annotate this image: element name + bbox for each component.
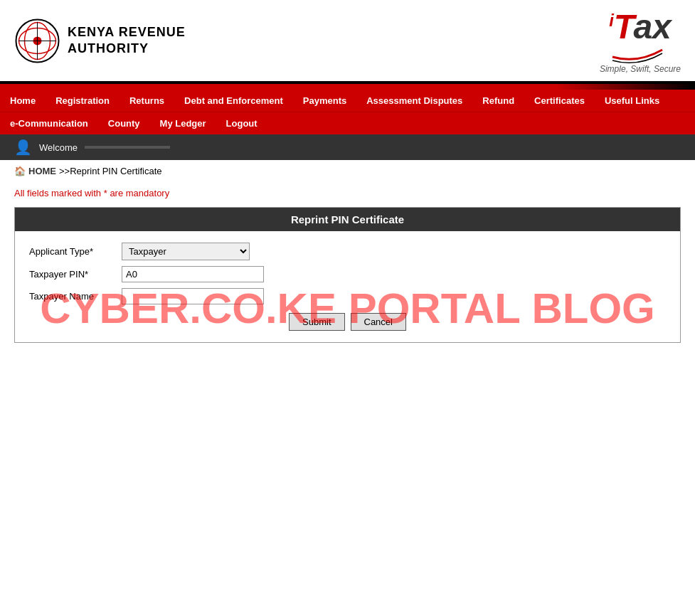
taxpayer-name-label: Taxpayer Name bbox=[29, 291, 122, 302]
welcome-label: Welcome bbox=[39, 142, 78, 153]
form-body: Applicant Type* Taxpayer Tax Agent Indiv… bbox=[15, 231, 680, 342]
applicant-type-label: Applicant Type* bbox=[29, 246, 122, 257]
kra-emblem-icon bbox=[14, 18, 60, 64]
taxpayer-name-row: Taxpayer Name bbox=[29, 288, 666, 304]
taxpayer-pin-label: Taxpayer PIN* bbox=[29, 269, 122, 280]
nav-registration[interactable]: Registration bbox=[46, 90, 120, 112]
nav-home[interactable]: Home bbox=[0, 90, 46, 112]
header: Kenya RevenueAuthority iTax Simple, Swif… bbox=[0, 0, 695, 84]
breadcrumb-current: >>Reprint PIN Certificate bbox=[59, 166, 162, 176]
nav-assessment-disputes[interactable]: Assessment Disputes bbox=[356, 90, 472, 112]
nav-county[interactable]: County bbox=[98, 112, 150, 134]
itax-tagline: Simple, Swift, Secure bbox=[600, 64, 681, 74]
form-title: Reprint PIN Certificate bbox=[15, 208, 680, 231]
applicant-type-row: Applicant Type* Taxpayer Tax Agent Indiv… bbox=[29, 243, 666, 260]
nav-useful-links[interactable]: Useful Links bbox=[595, 90, 669, 112]
top-navigation: Home Registration Returns Debt and Enfor… bbox=[0, 90, 695, 112]
submit-button[interactable]: Submit bbox=[289, 313, 344, 331]
welcome-bar: 👤 Welcome bbox=[0, 134, 695, 160]
kra-logo: Kenya RevenueAuthority bbox=[14, 18, 186, 64]
nav-returns[interactable]: Returns bbox=[120, 90, 174, 112]
nav-payments[interactable]: Payments bbox=[293, 90, 356, 112]
form-actions: Submit Cancel bbox=[29, 313, 666, 331]
breadcrumb: 🏠 HOME >>Reprint PIN Certificate bbox=[0, 160, 695, 182]
applicant-type-select[interactable]: Taxpayer Tax Agent Individual bbox=[122, 243, 250, 260]
taxpayer-name-input[interactable] bbox=[122, 288, 264, 304]
org-name: Kenya RevenueAuthority bbox=[68, 24, 186, 58]
welcome-username bbox=[85, 146, 170, 149]
user-icon: 👤 bbox=[14, 139, 32, 156]
nav-debt-enforcement[interactable]: Debt and Enforcement bbox=[174, 90, 293, 112]
nav-logout[interactable]: Logout bbox=[216, 112, 267, 134]
nav-certificates[interactable]: Certificates bbox=[524, 90, 595, 112]
nav-refund[interactable]: Refund bbox=[472, 90, 524, 112]
reprint-pin-form: Reprint PIN Certificate Applicant Type* … bbox=[14, 207, 681, 343]
taxpayer-pin-row: Taxpayer PIN* bbox=[29, 266, 666, 282]
nav-my-ledger[interactable]: My Ledger bbox=[150, 112, 216, 134]
red-separator bbox=[0, 84, 695, 90]
cancel-button[interactable]: Cancel bbox=[351, 313, 406, 331]
home-icon: 🏠 bbox=[14, 166, 26, 176]
bottom-navigation: e-Communication County My Ledger Logout bbox=[0, 112, 695, 134]
taxpayer-pin-input[interactable] bbox=[122, 266, 264, 282]
itax-logo: iTax Simple, Swift, Secure bbox=[600, 7, 681, 74]
mandatory-note: All fields marked with * are mandatory bbox=[0, 182, 695, 207]
breadcrumb-home[interactable]: HOME bbox=[28, 166, 56, 176]
nav-ecommunication[interactable]: e-Communication bbox=[0, 112, 98, 134]
